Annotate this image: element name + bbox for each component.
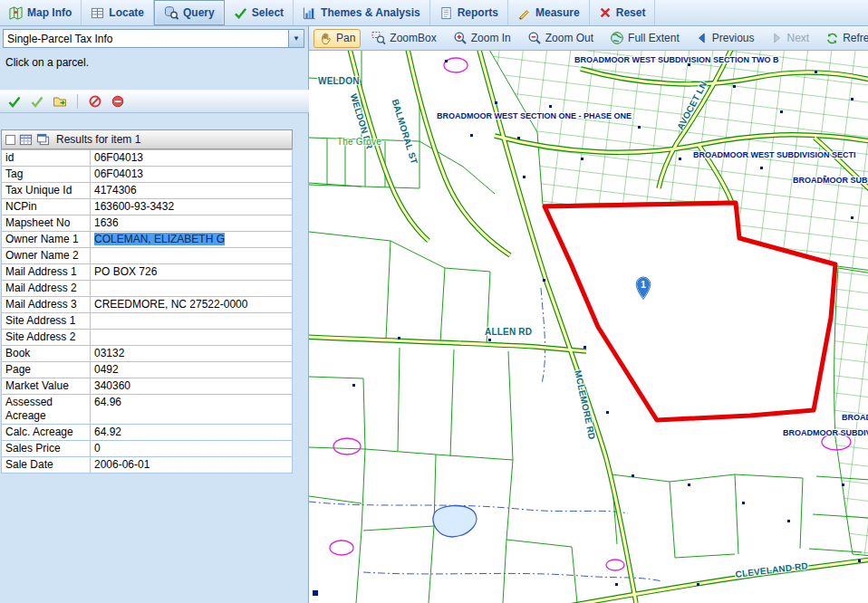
results-header: Results for item 1: [1, 129, 293, 149]
zoom-in-button[interactable]: Zoom In: [448, 28, 516, 48]
field-label: Owner Name 2: [2, 248, 91, 264]
export-results-button[interactable]: [51, 92, 69, 110]
instruction-text: Click on a parcel.: [5, 56, 89, 69]
locate-icon: [91, 6, 104, 20]
highlight-results-button[interactable]: [28, 92, 46, 110]
field-value: 2006-06-01: [91, 457, 293, 474]
no-symbol-icon: [88, 94, 102, 109]
tab-label: Measure: [535, 6, 580, 19]
globe-icon: [610, 31, 624, 45]
tab-label: Reports: [458, 6, 498, 19]
field-value: 06F04013: [91, 150, 293, 167]
tab-query[interactable]: Query: [154, 0, 225, 25]
subdivision-label-phase-one: BROADMOOR WEST SECTION ONE - PHASE ONE: [437, 111, 632, 120]
field-value: COLEMAN, ELIZABETH G: [91, 232, 293, 248]
table-row: Site Address 2: [2, 330, 293, 346]
next-button: Next: [765, 29, 815, 47]
field-value: [91, 330, 293, 346]
table-row: Calc. Acreage64.92: [2, 425, 293, 441]
field-label: id: [2, 150, 91, 167]
pond: [433, 506, 477, 537]
full-extent-button[interactable]: Full Extent: [604, 28, 685, 48]
tab-themes-analysis[interactable]: Themes & Analysis: [294, 0, 430, 25]
table-row: Sales Price0: [2, 441, 293, 457]
zoom-out-icon: [527, 31, 542, 45]
pan-button[interactable]: Pan: [313, 29, 361, 48]
map-button-label: Next: [786, 32, 809, 44]
table-row: Assessed Acreage64.96: [2, 395, 293, 425]
table-row: Market Value340360: [2, 378, 293, 395]
results-header-label: Results for item 1: [56, 133, 140, 146]
check-icon: [7, 94, 22, 109]
map-button-label: Zoom In: [471, 32, 511, 44]
results-toolbar: [0, 90, 309, 113]
field-label: Calc. Acreage: [2, 425, 91, 441]
combo-arrow-icon[interactable]: ▼: [288, 30, 304, 47]
field-value: 0492: [91, 362, 293, 378]
place-label-weldon: WELDON: [318, 76, 360, 86]
refresh-button[interactable]: Refresh: [820, 29, 868, 48]
field-label: Book: [2, 346, 91, 362]
field-label: NCPin: [2, 199, 91, 215]
tab-label: Select: [252, 6, 284, 19]
query-type-select[interactable]: Single-Parcel Tax Info ▼: [3, 29, 304, 48]
map-button-label: Previous: [712, 32, 755, 44]
previous-button[interactable]: Previous: [690, 29, 760, 47]
field-label: Tag: [2, 167, 91, 183]
remove-results-button[interactable]: [109, 92, 127, 110]
field-label: Mapsheet No: [2, 215, 91, 232]
clear-selection-button[interactable]: [86, 92, 104, 110]
pan-hand-icon: [319, 32, 333, 45]
field-value: 06F04013: [91, 167, 293, 183]
map-canvas: [309, 51, 868, 603]
field-label: Page: [2, 362, 91, 378]
subdivision-label-broad: BROAD: [842, 413, 868, 422]
table-row: Owner Name 2: [2, 248, 293, 264]
circled-minus-icon: [111, 94, 125, 109]
table-row: Sale Date2006-06-01: [2, 457, 293, 474]
zoombox-button[interactable]: ZoomBox: [366, 28, 441, 48]
field-value: 340360: [91, 378, 293, 395]
results-checkbox[interactable]: [5, 135, 15, 145]
table-row: Page0492: [2, 362, 293, 378]
field-label: Assessed Acreage: [2, 395, 91, 425]
subdivision-label-subdivis: BROADMOOR SUBDIVIS: [783, 428, 868, 437]
field-label: Mail Address 2: [2, 281, 91, 297]
reset-x-icon: [599, 6, 612, 19]
zoom-in-icon: [453, 31, 468, 45]
tab-label: Reset: [616, 6, 646, 19]
map-button-label: ZoomBox: [390, 32, 436, 44]
refresh-icon: [825, 32, 839, 45]
field-value: 163600-93-3432: [91, 199, 293, 215]
previous-arrow-icon: [696, 32, 709, 44]
field-value: 4174306: [91, 183, 293, 199]
zoombox-icon: [371, 31, 386, 45]
field-value: [91, 248, 293, 264]
window-copy-icon: [36, 133, 50, 147]
field-value: 0: [91, 441, 293, 457]
table-row: Tag06F04013: [2, 167, 293, 183]
field-label: Site Address 1: [2, 313, 91, 330]
tab-measure[interactable]: Measure: [508, 0, 590, 25]
tab-reset[interactable]: Reset: [590, 0, 656, 25]
field-label: Sales Price: [2, 441, 91, 457]
query-icon: [164, 5, 178, 20]
tab-map-info[interactable]: Map Info: [0, 0, 82, 25]
subdivision-label-subd: BROADMOOR SUBD: [793, 176, 868, 185]
map-view[interactable]: WELDON BROADMOOR WEST SUBDIVISION SECTIO…: [309, 51, 868, 603]
next-arrow-icon: [770, 32, 783, 44]
report-document-icon: [439, 6, 453, 20]
field-label: Tax Unique Id: [2, 183, 91, 199]
map-toolbar: Pan ZoomBox Zoom In Zoom Out Full Extent…: [309, 26, 868, 51]
tab-select[interactable]: Select: [225, 0, 294, 25]
select-results-button[interactable]: [5, 92, 24, 110]
table-row: Mail Address 2: [2, 281, 293, 297]
marker-number: 1: [641, 279, 646, 290]
table-row: Book03132: [2, 346, 293, 362]
results-grid-button[interactable]: [19, 133, 33, 147]
zoom-out-button[interactable]: Zoom Out: [522, 28, 599, 48]
results-window-button[interactable]: [36, 133, 50, 147]
tab-locate[interactable]: Locate: [82, 0, 154, 25]
field-label: Market Value: [2, 378, 91, 395]
tab-reports[interactable]: Reports: [430, 0, 508, 25]
